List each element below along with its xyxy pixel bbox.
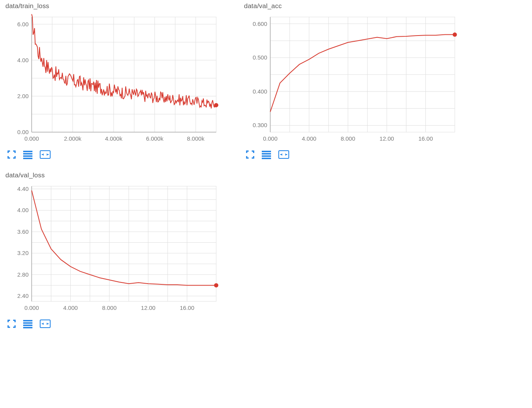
svg-text:4.40: 4.40 [17, 185, 29, 192]
panel-val-loss: data/val_loss 2.402.803.203.604.004.400.… [5, 171, 236, 328]
svg-text:12.00: 12.00 [380, 135, 394, 142]
svg-text:3.20: 3.20 [17, 250, 29, 256]
lines-icon[interactable] [22, 319, 33, 328]
expand-icon[interactable] [7, 319, 16, 328]
svg-text:4.000: 4.000 [63, 304, 78, 311]
fit-icon[interactable] [39, 319, 51, 328]
svg-point-28 [214, 103, 219, 107]
svg-text:4.00: 4.00 [17, 57, 29, 63]
panel-toolbar [5, 148, 236, 159]
panel-toolbar [243, 148, 475, 159]
svg-text:2.000k: 2.000k [64, 135, 82, 142]
svg-rect-105 [40, 320, 50, 328]
svg-text:6.00: 6.00 [17, 21, 29, 27]
fit-icon[interactable] [39, 150, 51, 159]
svg-rect-66 [279, 151, 289, 158]
svg-rect-67 [32, 186, 216, 301]
svg-text:12.00: 12.00 [141, 304, 156, 311]
svg-text:0.600: 0.600 [252, 20, 267, 27]
fit-icon[interactable] [278, 150, 290, 159]
svg-text:4.000: 4.000 [302, 135, 317, 142]
svg-text:0.000: 0.000 [263, 135, 278, 142]
svg-text:16.00: 16.00 [180, 304, 195, 311]
svg-text:0.300: 0.300 [252, 122, 267, 128]
svg-text:8.000: 8.000 [341, 135, 355, 142]
svg-rect-33 [40, 151, 50, 158]
svg-text:4.00: 4.00 [17, 207, 29, 213]
svg-point-100 [214, 283, 219, 287]
expand-icon[interactable] [246, 150, 255, 159]
chart-container: 0.3000.4000.5000.6000.0004.0008.00012.00… [243, 12, 475, 148]
svg-point-61 [453, 32, 457, 37]
svg-text:8.000: 8.000 [102, 304, 117, 311]
svg-text:0.500: 0.500 [252, 54, 267, 61]
chart-train-loss[interactable]: 0.002.004.006.000.0002.000k4.000k6.000k8… [5, 12, 221, 148]
panel-val-acc: data/val_acc 0.3000.4000.5000.6000.0004.… [243, 2, 475, 159]
svg-text:0.000: 0.000 [24, 304, 39, 311]
svg-text:0.00: 0.00 [17, 129, 29, 135]
svg-text:3.60: 3.60 [17, 228, 29, 235]
svg-text:2.80: 2.80 [17, 271, 29, 278]
svg-text:8.000k: 8.000k [187, 135, 205, 142]
chart-container: 0.002.004.006.000.0002.000k4.000k6.000k8… [5, 12, 236, 148]
chart-val-acc[interactable]: 0.3000.4000.5000.6000.0004.0008.00012.00… [243, 12, 459, 148]
panel-title: data/val_acc [244, 2, 475, 10]
svg-text:4.000k: 4.000k [105, 135, 123, 142]
panel-title: data/train_loss [5, 2, 236, 10]
chart-container: 2.402.803.203.604.004.400.0004.0008.0001… [5, 182, 236, 317]
chart-val-loss[interactable]: 2.402.803.203.604.004.400.0004.0008.0001… [5, 182, 221, 317]
svg-text:6.000k: 6.000k [146, 135, 164, 142]
svg-text:2.40: 2.40 [17, 292, 29, 299]
lines-icon[interactable] [261, 150, 272, 159]
expand-icon[interactable] [7, 150, 16, 159]
dashboard: data/train_loss 0.002.004.006.000.0002.0… [0, 0, 532, 342]
lines-icon[interactable] [22, 150, 33, 159]
svg-text:0.400: 0.400 [252, 88, 267, 95]
svg-text:0.000: 0.000 [24, 135, 39, 142]
panel-train-loss: data/train_loss 0.002.004.006.000.0002.0… [5, 2, 236, 159]
svg-text:2.00: 2.00 [17, 93, 29, 99]
svg-text:16.00: 16.00 [418, 135, 433, 142]
panel-title: data/val_loss [5, 172, 236, 179]
panel-toolbar [5, 317, 236, 328]
